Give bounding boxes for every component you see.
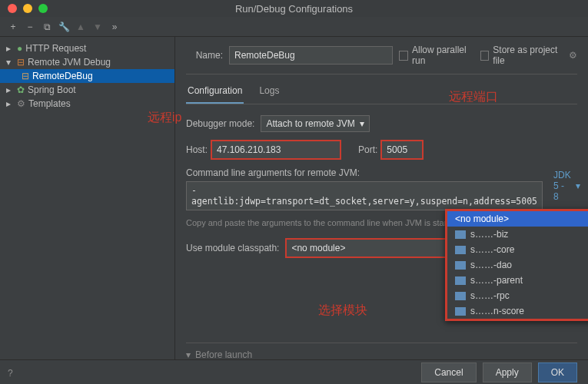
- chevron-down-icon: ▾: [360, 118, 364, 129]
- cmdline-field[interactable]: -agentlib:jdwp=transport=dt_socket,serve…: [186, 181, 543, 210]
- window-title: Run/Debug Configurations: [0, 3, 588, 15]
- down-icon[interactable]: ▼: [92, 22, 103, 32]
- popup-item[interactable]: s……-biz: [447, 227, 588, 242]
- debugger-mode-label: Debugger mode:: [186, 118, 254, 129]
- settings-icon[interactable]: 🔧: [58, 22, 69, 32]
- tree-item-http[interactable]: ▸●HTTP Request: [0, 41, 174, 55]
- host-label: Host:: [186, 144, 208, 155]
- tree-item-remotedebug[interactable]: ⊟RemoteDeBug: [0, 69, 174, 83]
- chevron-down-icon: ▾: [186, 349, 191, 359]
- up-icon[interactable]: ▲: [75, 22, 86, 32]
- allow-parallel-checkbox[interactable]: Allow parallel run: [399, 45, 473, 66]
- copy-icon[interactable]: ⧉: [42, 22, 52, 32]
- tree-label: Remote JVM Debug: [28, 57, 111, 68]
- tab-configuration[interactable]: Configuration: [186, 82, 244, 104]
- jdk-select[interactable]: JDK 5 - 8 ▾: [549, 167, 585, 204]
- store-project-checkbox[interactable]: Store as project file: [480, 45, 563, 66]
- tree-label: RemoteDeBug: [32, 71, 93, 81]
- tree-item-spring[interactable]: ▸✿Spring Boot: [0, 83, 174, 97]
- popup-item[interactable]: s……-parent: [447, 273, 588, 288]
- port-field[interactable]: [380, 140, 424, 160]
- popup-item[interactable]: s……-rpc: [447, 288, 588, 303]
- popup-item[interactable]: s……n-score: [447, 303, 588, 319]
- popup-item[interactable]: s……-dao: [447, 257, 588, 273]
- tabs: Configuration Logs: [186, 82, 577, 104]
- folder-icon: [455, 246, 466, 254]
- dialog-footer: ? Cancel Apply OK: [0, 359, 588, 384]
- before-launch-section[interactable]: ▾Before launch: [186, 343, 577, 359]
- config-tree[interactable]: ▸●HTTP Request ▾⊟Remote JVM Debug ⊟Remot…: [0, 37, 175, 359]
- help-icon[interactable]: ?: [8, 368, 13, 379]
- tree-item-templates[interactable]: ▸⚙Templates: [0, 97, 174, 111]
- tab-logs[interactable]: Logs: [257, 82, 281, 104]
- folder-icon: [455, 307, 466, 316]
- tree-label: Spring Boot: [28, 84, 76, 95]
- debugger-mode-select[interactable]: Attach to remote JVM▾: [261, 115, 369, 132]
- apply-button[interactable]: Apply: [483, 362, 532, 382]
- folder-icon: [455, 276, 466, 285]
- folder-icon: [455, 261, 466, 270]
- titlebar: Run/Debug Configurations: [0, 0, 588, 17]
- folder-icon: [455, 292, 466, 300]
- port-label: Port:: [358, 144, 377, 155]
- module-popup: <no module> s……-biz s……-core s……-dao s………: [445, 209, 588, 321]
- add-icon[interactable]: +: [8, 22, 18, 32]
- cancel-button[interactable]: Cancel: [421, 362, 476, 382]
- remove-icon[interactable]: −: [25, 22, 35, 32]
- toolbar: + − ⧉ 🔧 ▲ ▼ »: [0, 17, 588, 37]
- name-label: Name:: [186, 50, 223, 61]
- ok-button[interactable]: OK: [538, 362, 577, 382]
- popup-item[interactable]: s……-core: [447, 242, 588, 257]
- cmdline-label: Command line arguments for remote JVM:: [186, 167, 543, 178]
- name-field[interactable]: [229, 46, 393, 65]
- content-panel: Name: Allow parallel run Store as projec…: [175, 37, 588, 359]
- tree-label: Templates: [28, 98, 71, 109]
- tree-label: HTTP Request: [25, 43, 86, 54]
- folder-icon: [455, 230, 466, 239]
- tree-item-remote-jvm[interactable]: ▾⊟Remote JVM Debug: [0, 55, 174, 69]
- expand-icon[interactable]: »: [109, 22, 120, 32]
- host-field[interactable]: [211, 140, 341, 160]
- module-classpath-label: Use module classpath:: [186, 243, 279, 253]
- popup-item[interactable]: <no module>: [447, 211, 588, 227]
- gear-icon[interactable]: ⚙: [569, 50, 577, 61]
